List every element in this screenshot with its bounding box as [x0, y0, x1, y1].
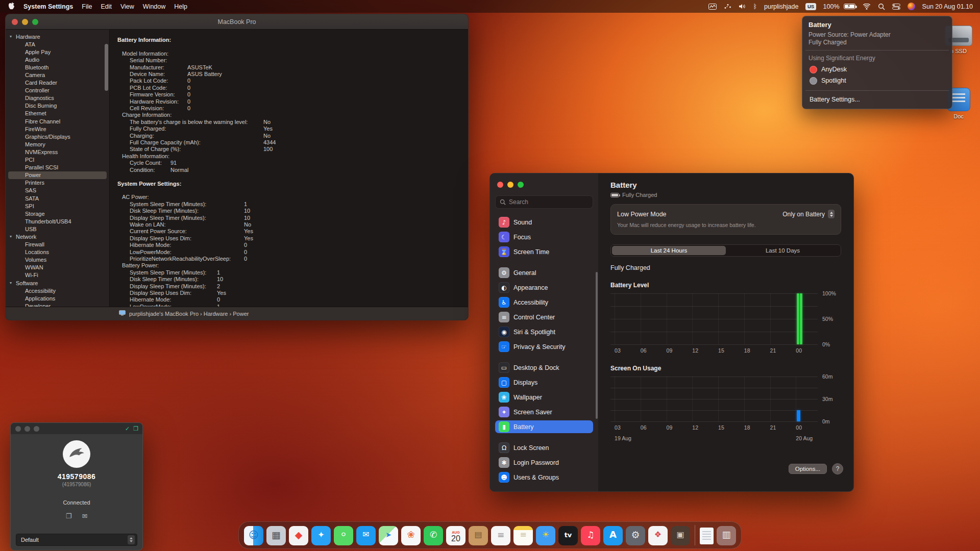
dock-icon[interactable]: ⚙ [626, 526, 645, 545]
settings-sidebar-item[interactable]: ❀ Wallpaper [495, 391, 593, 404]
sysinfo-sidebar-item[interactable]: ATA [8, 40, 107, 48]
sysinfo-sidebar-item[interactable]: Locations [8, 248, 107, 256]
sysinfo-sidebar-item[interactable]: ▾ Hardware [8, 33, 107, 40]
chat-icon[interactable]: ✉ [82, 512, 87, 520]
dock-icon[interactable]: ♫ [581, 526, 600, 545]
sysinfo-sidebar-item[interactable]: ▾ Network [8, 233, 107, 240]
help-button[interactable]: ? [832, 463, 843, 474]
settings-sidebar-item[interactable]: ♪ Sound [495, 216, 593, 229]
sysinfo-sidebar-item[interactable]: Memory [8, 140, 107, 148]
particles-icon[interactable] [724, 4, 731, 9]
clipboard-icon[interactable]: ❐ [66, 512, 72, 520]
settings-sidebar-item[interactable]: ≡ Control Center [495, 311, 593, 323]
dock-icon[interactable]: ❖ [648, 526, 668, 545]
color-swirl-icon[interactable] [908, 3, 915, 10]
settings-sidebar-item[interactable]: ▢ Displays [495, 376, 593, 389]
dock-icon[interactable]: ✉ [356, 526, 376, 545]
activity-graph-icon[interactable] [708, 4, 717, 10]
dock-icon[interactable]: tv [558, 526, 578, 545]
search-icon[interactable] [878, 3, 885, 10]
sysinfo-sidebar-item[interactable]: Storage [8, 210, 107, 217]
close-button[interactable] [497, 182, 503, 188]
zoom-button[interactable] [34, 426, 39, 432]
sysinfo-sidebar-item[interactable]: SAS [8, 187, 107, 194]
menu-bar-username[interactable]: purplishjade [764, 3, 798, 10]
dock-icon[interactable]: ≡ [513, 526, 533, 545]
dock-icon[interactable] [695, 525, 695, 545]
dock-icon[interactable]: ▥ [717, 526, 736, 545]
minimize-button[interactable] [507, 182, 513, 188]
volume-icon[interactable] [739, 4, 746, 9]
dock-icon[interactable]: ◆ [289, 526, 308, 545]
dock-icon[interactable]: ➤ [379, 526, 398, 545]
settings-sidebar-item[interactable]: ⌛ Screen Time [495, 245, 593, 258]
sysinfo-sidebar-item[interactable]: Card Reader [8, 79, 107, 87]
sysinfo-sidebar-item[interactable]: Volumes [8, 256, 107, 264]
dock-icon[interactable]: ▦ [266, 526, 286, 545]
sysinfo-sidebar-item[interactable]: SPI [8, 202, 107, 210]
dock-icon[interactable] [700, 528, 714, 544]
dock-icon[interactable]: ▤ [469, 526, 488, 545]
options-button[interactable]: Options... [789, 464, 827, 474]
sysinfo-sidebar-item[interactable]: SATA [8, 194, 107, 202]
sysinfo-sidebar-item[interactable]: PCI [8, 156, 107, 164]
sysinfo-sidebar-item[interactable]: Applications [8, 294, 107, 302]
settings-sidebar-item[interactable]: ▮ Battery [495, 420, 593, 433]
settings-sidebar-item[interactable]: ▭ Desktop & Dock [495, 361, 593, 374]
settings-sidebar-item[interactable]: ☞ Privacy & Security [495, 340, 593, 353]
menu-item[interactable]: Help [174, 3, 187, 10]
sysinfo-sidebar-item[interactable]: WWAN [8, 264, 107, 271]
breadcrumb[interactable]: purplishjade's MacBook Pro › Hardware › … [129, 311, 249, 317]
sysinfo-sidebar-item[interactable]: Bluetooth [8, 63, 107, 71]
settings-sidebar-item[interactable]: ✦ Screen Saver [495, 406, 593, 418]
search-input[interactable] [509, 198, 580, 206]
energy-app-item[interactable]: AnyDesk [808, 64, 946, 75]
dock-icon[interactable]: ☀ [536, 526, 555, 545]
sysinfo-sidebar-item[interactable]: Audio [8, 56, 107, 63]
dock-icon[interactable]: ⚪ [334, 526, 353, 545]
sysinfo-sidebar-item[interactable]: Camera [8, 71, 107, 79]
sysinfo-sidebar-item[interactable]: Thunderbolt/USB4 [8, 217, 107, 225]
settings-sidebar-item[interactable]: ◐ Appearance [495, 281, 593, 294]
sysinfo-sidebar-item[interactable]: Diagnostics [8, 94, 107, 102]
close-button[interactable] [15, 426, 21, 432]
sidebar-scrollbar[interactable] [596, 272, 598, 419]
sysinfo-sidebar-item[interactable]: Parallel SCSI [8, 164, 107, 171]
battery-settings-item[interactable]: Battery Settings... [808, 95, 946, 104]
sysinfo-sidebar-item[interactable]: Printers [8, 179, 107, 187]
settings-sidebar-item[interactable]: ☾ Focus [495, 231, 593, 243]
sysinfo-sidebar-item[interactable]: Power [8, 171, 107, 179]
sysinfo-sidebar-item[interactable]: USB [8, 225, 107, 233]
sysinfo-sidebar-item[interactable]: Developer [8, 302, 107, 307]
settings-sidebar-item[interactable]: Ω Lock Screen [495, 441, 593, 454]
search-field[interactable] [495, 195, 593, 209]
sysinfo-sidebar-item[interactable]: Controller [8, 87, 107, 94]
anydesk-id[interactable]: 419579086 [58, 472, 96, 481]
menu-item[interactable]: File [82, 3, 92, 10]
settings-sidebar-item[interactable]: ✱ Login Password [495, 456, 593, 469]
sysinfo-sidebar-item[interactable]: Graphics/Displays [8, 133, 107, 140]
sysinfo-sidebar-item[interactable]: Fibre Channel [8, 117, 107, 125]
dock-icon[interactable]: ▣ [671, 526, 690, 545]
control-center-icon[interactable] [892, 4, 900, 10]
dock-icon[interactable]: A [603, 526, 623, 545]
settings-sidebar-item[interactable]: ⚙ General [495, 266, 593, 279]
profile-dropdown[interactable]: Default [16, 534, 137, 546]
sysinfo-sidebar-item[interactable]: Ethernet [8, 110, 107, 117]
sysinfo-sidebar-item[interactable]: Accessibility [8, 287, 107, 294]
tab-last-24-hours[interactable]: Last 24 Hours [612, 246, 726, 255]
active-app-name[interactable]: System Settings [23, 3, 73, 10]
menu-item[interactable]: Window [143, 3, 165, 10]
dock-icon[interactable]: ☺ [244, 526, 263, 545]
sysinfo-sidebar-item[interactable]: ▾ Software [8, 279, 107, 287]
minimize-button[interactable] [24, 426, 30, 432]
dock-icon[interactable]: ≡ [491, 526, 510, 545]
dock-icon[interactable]: ✦ [311, 526, 331, 545]
anydesk-title-bar[interactable]: ✓ ❒ [11, 423, 142, 434]
menu-item[interactable]: Edit [101, 3, 112, 10]
settings-sidebar-item[interactable]: ♿ Accessibility [495, 296, 593, 309]
apple-menu-icon[interactable] [8, 2, 15, 11]
tab-last-10-days[interactable]: Last 10 Days [726, 246, 840, 255]
dock-icon[interactable]: ❀ [401, 526, 421, 545]
zoom-button[interactable] [518, 182, 524, 188]
